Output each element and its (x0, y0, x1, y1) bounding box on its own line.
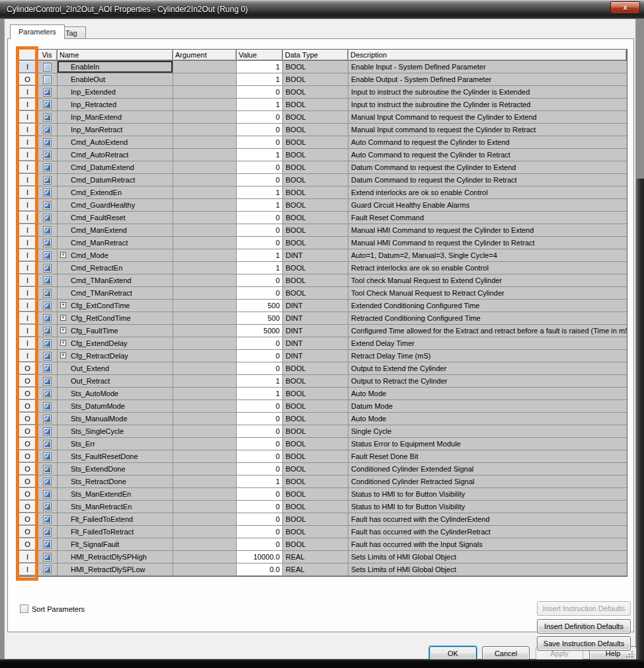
vis-checkbox[interactable]: ✓ (43, 515, 52, 524)
description-cell[interactable]: Fault has occurred with the CylinderExte… (348, 513, 627, 526)
description-cell[interactable]: Extended Conditioning Configured Time (348, 300, 627, 312)
vis-checkbox[interactable]: ✓ (43, 352, 52, 360)
vis-checkbox[interactable]: ✓ (43, 427, 52, 436)
io-indicator[interactable]: O (19, 438, 37, 450)
argument-cell[interactable] (173, 375, 237, 388)
description-cell[interactable]: Conditioned Cylinder Extended Signal (348, 463, 627, 476)
name-cell[interactable]: Inp_Retracted (58, 99, 173, 111)
argument-cell[interactable] (173, 413, 237, 425)
io-indicator[interactable]: O (19, 388, 37, 400)
name-cell[interactable]: +Cfg_RetCondTime (58, 312, 173, 325)
datatype-cell[interactable]: BOOL (283, 476, 348, 488)
name-cell[interactable]: Sts_ManRetractEn (58, 501, 173, 513)
datatype-cell[interactable]: BOOL (283, 526, 348, 538)
vis-checkbox[interactable]: ✓ (43, 452, 52, 461)
datatype-cell[interactable]: BOOL (283, 538, 348, 551)
description-cell[interactable]: Guard Circuit Healthy Enable Alarms (348, 199, 627, 212)
value-cell[interactable]: 0 (237, 124, 283, 136)
argument-cell[interactable] (173, 350, 237, 362)
value-cell[interactable]: 500 (237, 300, 283, 312)
value-cell[interactable]: 0 (237, 350, 283, 362)
value-cell[interactable]: 1 (237, 262, 283, 274)
argument-cell[interactable] (173, 136, 237, 149)
datatype-cell[interactable]: BOOL (283, 438, 348, 450)
datatype-cell[interactable]: BOOL (283, 61, 348, 73)
vis-checkbox[interactable]: ✓ (43, 126, 52, 134)
name-cell[interactable]: EnableIn (58, 61, 173, 73)
argument-cell[interactable] (173, 501, 237, 513)
vis-checkbox[interactable]: ✓ (43, 327, 52, 335)
argument-cell[interactable] (173, 337, 237, 350)
value-cell[interactable]: 0 (237, 463, 283, 476)
description-cell[interactable]: Output to Extend the Cylinder (348, 362, 627, 375)
argument-cell[interactable] (173, 312, 237, 325)
argument-cell[interactable] (173, 61, 237, 73)
description-cell[interactable]: Manual Input Command to request the Cyli… (348, 111, 627, 124)
description-cell[interactable]: Status to HMI to for Button Visibility (348, 501, 627, 513)
io-indicator[interactable]: O (19, 526, 37, 538)
name-cell[interactable]: Sts_DatumMode (58, 400, 173, 413)
datatype-cell[interactable]: BOOL (283, 136, 348, 149)
value-cell[interactable]: 0 (237, 400, 283, 413)
close-button[interactable]: x (610, 1, 640, 14)
value-cell[interactable]: 0 (237, 526, 283, 538)
name-cell[interactable]: Cmd_TManExtend (58, 274, 173, 287)
value-cell[interactable]: 0 (237, 174, 283, 187)
argument-cell[interactable] (173, 287, 237, 300)
datatype-cell[interactable]: BOOL (283, 73, 348, 86)
description-cell[interactable]: Manual HMI Command to request the Cylind… (348, 224, 627, 237)
argument-cell[interactable] (173, 388, 237, 400)
datatype-cell[interactable]: REAL (283, 564, 348, 576)
name-cell[interactable]: Cmd_GuardHealthy (58, 199, 173, 212)
value-cell[interactable]: 0 (237, 413, 283, 425)
name-cell[interactable]: Inp_ManRetract (58, 124, 173, 136)
argument-cell[interactable] (173, 400, 237, 413)
description-cell[interactable]: Auto Mode (348, 413, 627, 425)
value-cell[interactable]: 0 (237, 161, 283, 174)
name-cell[interactable]: +Cfg_RetractDelay (58, 350, 173, 362)
value-cell[interactable]: 0 (237, 362, 283, 375)
description-cell[interactable]: Auto=1, Datum=2, Manual=3, Single Cycle=… (348, 249, 627, 262)
vis-checkbox[interactable]: ✓ (43, 339, 52, 348)
name-cell[interactable]: Cmd_AutoRetract (58, 149, 173, 161)
description-cell[interactable]: Enable Output - System Defined Parameter (348, 73, 627, 86)
description-cell[interactable]: Status Error to Equipment Module (348, 438, 627, 450)
description-cell[interactable]: Status to HMI to for Button Visibility (348, 488, 627, 501)
value-cell[interactable]: 1 (237, 388, 283, 400)
expand-icon[interactable]: + (60, 353, 66, 358)
vis-checkbox[interactable] (43, 63, 52, 71)
argument-cell[interactable] (173, 325, 237, 337)
vis-checkbox[interactable]: ✓ (43, 540, 52, 549)
value-cell[interactable]: 1 (237, 375, 283, 388)
io-indicator[interactable]: O (19, 425, 37, 438)
datatype-cell[interactable]: BOOL (283, 362, 348, 375)
description-cell[interactable]: Auto Mode (348, 388, 627, 400)
save-instruction-defaults-button[interactable]: Save Instruction Defaults (537, 636, 631, 651)
description-cell[interactable]: Output to Retract the Cylinder (348, 375, 627, 388)
description-cell[interactable]: Retract interlocks are ok so enable Cont… (348, 262, 627, 274)
datatype-cell[interactable]: BOOL (283, 274, 348, 287)
datatype-cell[interactable]: DINT (283, 300, 348, 312)
datatype-cell[interactable]: BOOL (283, 161, 348, 174)
description-cell[interactable]: Auto Command to request the Cylinder to … (348, 149, 627, 161)
description-cell[interactable]: Datum Command to request the Cylinder to… (348, 174, 627, 187)
name-cell[interactable]: Out_Retract (58, 375, 173, 388)
description-cell[interactable]: Sets Limits of HMI Global Object (348, 564, 627, 576)
value-cell[interactable]: 1 (237, 149, 283, 161)
io-indicator[interactable]: O (19, 362, 37, 375)
io-indicator[interactable]: I (19, 161, 37, 174)
vis-checkbox[interactable]: ✓ (43, 302, 52, 310)
sort-parameters-checkbox[interactable] (20, 605, 28, 613)
description-cell[interactable]: Fault Reset Command (348, 212, 627, 224)
name-cell[interactable]: +Cfg_ExtCondTime (58, 300, 173, 312)
argument-cell[interactable] (173, 564, 237, 576)
io-indicator[interactable]: I (19, 224, 37, 237)
value-cell[interactable]: 0 (237, 501, 283, 513)
argument-cell[interactable] (173, 161, 237, 174)
argument-cell[interactable] (173, 249, 237, 262)
name-cell[interactable]: HMI_RetractDlySPLow (58, 564, 173, 576)
value-cell[interactable]: 0 (237, 538, 283, 551)
io-indicator[interactable]: I (19, 212, 37, 224)
description-cell[interactable]: Input to instruct the subroutine the Cyl… (348, 99, 627, 111)
value-cell[interactable]: 1 (237, 99, 283, 111)
